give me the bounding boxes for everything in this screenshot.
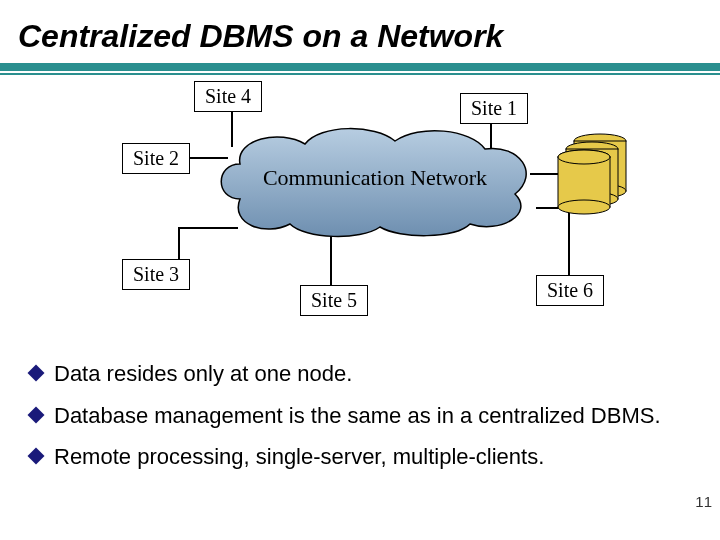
svg-point-9 [558, 150, 610, 164]
bullet-text: Remote processing, single-server, multip… [54, 443, 544, 471]
svg-point-8 [558, 200, 610, 214]
bullet-diamond-icon [28, 406, 45, 423]
cloud-label: Communication Network [210, 165, 540, 191]
bullet-list: Data resides only at one node. Database … [30, 360, 700, 485]
site-2-box: Site 2 [122, 143, 190, 174]
site-3-box: Site 3 [122, 259, 190, 290]
bullet-item: Data resides only at one node. [30, 360, 700, 388]
slide-title: Centralized DBMS on a Network [0, 0, 720, 61]
bullet-diamond-icon [28, 365, 45, 382]
site-1-box: Site 1 [460, 93, 528, 124]
page-number: 11 [695, 493, 712, 510]
bullet-text: Database management is the same as in a … [54, 402, 661, 430]
connector-site6b [568, 207, 570, 277]
bullet-diamond-icon [28, 448, 45, 465]
cloud-communication-network: Communication Network [210, 119, 540, 239]
database-stack-icon [552, 133, 630, 215]
site-5-box: Site 5 [300, 285, 368, 316]
bullet-text: Data resides only at one node. [54, 360, 352, 388]
site-4-box: Site 4 [194, 81, 262, 112]
site-6-box: Site 6 [536, 275, 604, 306]
network-diagram: Communication Network Site 4 Site 1 [0, 77, 720, 337]
bullet-item: Remote processing, single-server, multip… [30, 443, 700, 471]
bullet-item: Database management is the same as in a … [30, 402, 700, 430]
title-rule [0, 63, 720, 77]
